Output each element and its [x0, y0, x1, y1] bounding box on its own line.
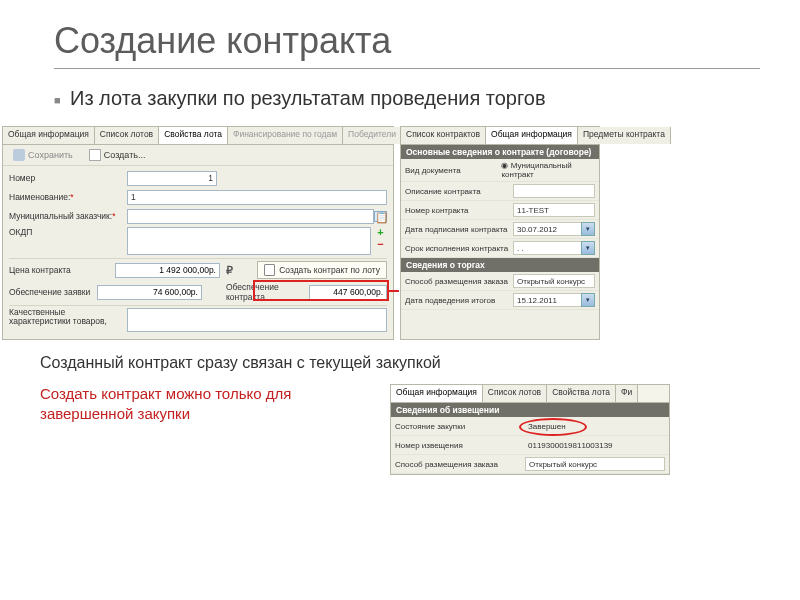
slide-subtitle: Из лота закупки по результатам проведени… [0, 87, 800, 110]
method-value: Открытый конкурс [513, 274, 595, 288]
tab-notice-lot-props[interactable]: Свойства лота [547, 385, 616, 402]
exec-label: Обеспечение контракта [226, 282, 303, 302]
result-date-label: Дата подведения итогов [405, 296, 513, 305]
dropdown-icon[interactable]: ▾ [581, 293, 595, 307]
title-underline [54, 68, 760, 69]
number-label: Номер [9, 173, 127, 183]
notice-method-value[interactable]: Открытый конкурс [525, 457, 665, 471]
state-label: Состояние закупки [395, 422, 525, 431]
sign-date-label: Дата подписания контракта [405, 225, 513, 234]
sign-date-input[interactable]: 30.07.2012 [513, 222, 582, 236]
tab-contract-list[interactable]: Список контрактов [401, 127, 486, 144]
bid-input[interactable] [97, 285, 202, 300]
document-icon [264, 264, 275, 276]
exec-input[interactable] [309, 285, 387, 300]
notice-panel: Общая информация Список лотов Свойства л… [390, 384, 670, 475]
contract-section-header: Основные сведения о контракте (договоре) [401, 145, 599, 159]
doc-type-radio[interactable]: ◉ Муниципальный контракт [501, 161, 595, 179]
ruble-icon: ₽ [226, 264, 233, 277]
save-label: Сохранить [28, 150, 73, 160]
tab-notice-general[interactable]: Общая информация [391, 385, 483, 402]
notice-num-label: Номер извещения [395, 441, 525, 450]
state-value: Завершен [525, 419, 665, 433]
save-icon [13, 149, 25, 161]
lot-panel: Общая информация Список лотов Свойства л… [2, 126, 394, 340]
contract-num-input[interactable]: 11-TEST [513, 203, 595, 217]
name-input[interactable] [127, 190, 387, 205]
notice-tabs: Общая информация Список лотов Свойства л… [391, 385, 669, 403]
minus-icon[interactable]: − [374, 239, 387, 250]
create-contract-by-lot-button[interactable]: Создать контракт по лоту [257, 261, 387, 279]
okdp-label: ОКДП [9, 227, 127, 237]
slide-title: Создание контракта [0, 0, 800, 68]
desc-label: Описание контракта [405, 187, 513, 196]
dropdown-icon[interactable]: ▾ [581, 241, 595, 255]
number-input[interactable] [127, 171, 217, 186]
notice-num-value: 0119300019811003139 [525, 438, 665, 452]
customer-label: Муниципальный заказчик:* [9, 211, 127, 221]
new-icon [89, 149, 101, 161]
caption-linked: Созданный контракт сразу связан с текуще… [0, 340, 800, 384]
tab-financing[interactable]: Финансирование по годам [228, 127, 343, 144]
price-label: Цена контракта [9, 265, 109, 275]
contract-tabs: Список контрактов Общая информация Предм… [401, 127, 599, 145]
quality-label: Качественные характеристики товаров, [9, 308, 127, 327]
okdp-input[interactable] [127, 227, 371, 255]
term-input[interactable]: . . [513, 241, 582, 255]
create-label: Создать... [104, 150, 146, 160]
tab-winners[interactable]: Победители [343, 127, 402, 144]
create-button[interactable]: Создать... [85, 148, 150, 162]
contract-panel: Список контрактов Общая информация Предм… [400, 126, 600, 340]
result-date-input[interactable]: 15.12.2011 [513, 293, 582, 307]
dropdown-icon[interactable]: ▾ [581, 222, 595, 236]
desc-input[interactable] [513, 184, 595, 198]
bid-label: Обеспечение заявки [9, 287, 91, 297]
notice-method-label: Способ размещения заказа [395, 460, 525, 469]
name-label: Наименование:* [9, 192, 127, 202]
customer-input[interactable] [127, 209, 374, 224]
tab-contract-items[interactable]: Предметы контракта [578, 127, 671, 144]
tab-notice-fi[interactable]: Фи [616, 385, 638, 402]
tab-notice-lots[interactable]: Список лотов [483, 385, 547, 402]
toolbar: Сохранить Создать... [3, 145, 393, 166]
notice-section-header: Сведения об извещении [391, 403, 669, 417]
quality-input[interactable] [127, 308, 387, 332]
tab-lot-list[interactable]: Список лотов [95, 127, 159, 144]
red-note: Создать контракт можно только для заверш… [40, 384, 330, 425]
tab-general-info[interactable]: Общая информация [3, 127, 95, 144]
tab-contract-general[interactable]: Общая информация [486, 127, 578, 144]
highlight-arrow [389, 290, 399, 292]
save-button[interactable]: Сохранить [9, 148, 77, 162]
lot-tabs: Общая информация Список лотов Свойства л… [3, 127, 393, 145]
doc-type-label: Вид документа [405, 166, 501, 175]
term-label: Срок исполнения контракта [405, 244, 513, 253]
price-input[interactable] [115, 263, 220, 278]
lookup-icon[interactable]: 📋 [374, 211, 387, 222]
contract-num-label: Номер контракта [405, 206, 513, 215]
tab-lot-properties[interactable]: Свойства лота [159, 127, 228, 144]
create-contract-label: Создать контракт по лоту [279, 265, 380, 275]
plus-icon[interactable]: + [374, 227, 387, 238]
method-label: Способ размещения заказа [405, 277, 513, 286]
tender-section-header: Сведения о торгах [401, 258, 599, 272]
